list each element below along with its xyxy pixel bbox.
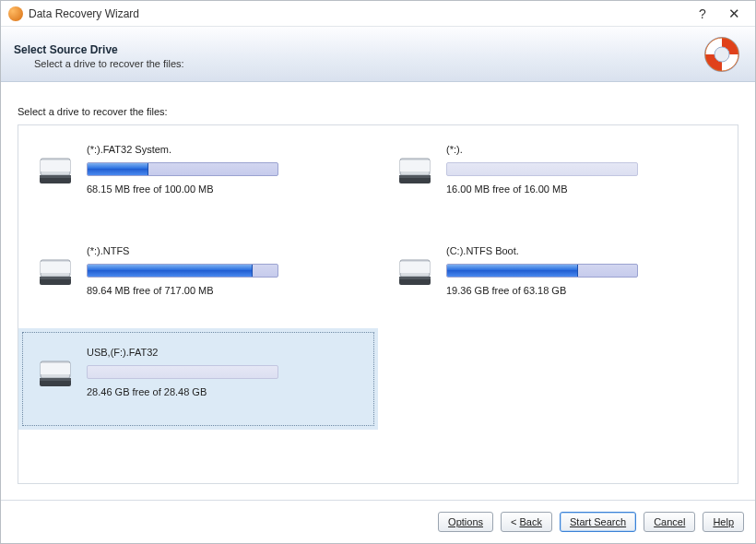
svg-rect-20 xyxy=(41,363,70,374)
drive-item[interactable]: (*:).FAT32 System.68.15 MB free of 100.0… xyxy=(18,125,378,227)
drive-name-label: (*:). xyxy=(446,144,719,157)
usage-bar xyxy=(87,264,278,278)
drive-free-label: 19.36 GB free of 63.18 GB xyxy=(446,285,719,296)
drive-free-label: 68.15 MB free of 100.00 MB xyxy=(87,183,360,195)
svg-rect-6 xyxy=(40,175,71,178)
window-title: Data Recovery Wizard xyxy=(29,7,139,20)
drive-name-label: (*:).FAT32 System. xyxy=(87,144,360,157)
svg-point-1 xyxy=(715,47,729,62)
instruction-label: Select a drive to recover the files: xyxy=(18,106,738,117)
drive-item[interactable]: (*:).NTFS89.64 MB free of 717.00 MB xyxy=(18,227,378,328)
drive-item[interactable]: (C:).NTFS Boot.19.36 GB free of 63.18 GB xyxy=(378,227,738,328)
help-button[interactable]: Help xyxy=(703,512,744,532)
drive-name-label: USB,(F:).FAT32 xyxy=(87,347,360,360)
drive-free-label: 89.64 MB free of 717.00 MB xyxy=(87,285,360,296)
titlebar-help-button[interactable]: ? xyxy=(687,4,718,24)
options-button[interactable]: Options xyxy=(438,512,493,532)
usage-bar xyxy=(446,264,638,278)
cancel-button[interactable]: Cancel xyxy=(644,512,695,532)
svg-rect-14 xyxy=(40,277,71,279)
back-button[interactable]: < Back xyxy=(501,512,552,532)
svg-rect-22 xyxy=(40,378,71,381)
drive-item[interactable]: (*:).16.00 MB free of 16.00 MB xyxy=(378,125,738,227)
drive-item[interactable]: USB,(F:).FAT3228.46 GB free of 28.48 GB xyxy=(18,328,378,430)
titlebar: Data Recovery Wizard ? ✕ xyxy=(1,1,755,27)
svg-rect-18 xyxy=(399,277,431,279)
svg-rect-12 xyxy=(41,262,70,273)
usage-bar-fill xyxy=(447,265,578,277)
drive-icon xyxy=(396,153,433,190)
drive-name-label: (*:).NTFS xyxy=(87,245,360,258)
start-search-button[interactable]: Start Search xyxy=(560,512,636,532)
usage-bar xyxy=(87,162,278,176)
content-area: Select a drive to recover the files: (*:… xyxy=(1,82,755,501)
app-icon xyxy=(8,6,23,21)
wizard-window: Data Recovery Wizard ? ✕ Select Source D… xyxy=(0,0,756,544)
drive-name-label: (C:).NTFS Boot. xyxy=(446,245,719,258)
wizard-header: Select Source Drive Select a drive to re… xyxy=(1,27,755,82)
page-title: Select Source Drive xyxy=(14,43,702,56)
usage-bar-fill xyxy=(88,265,253,277)
drive-icon xyxy=(396,254,433,291)
drive-icon xyxy=(37,254,74,291)
page-subtitle: Select a drive to recover the files: xyxy=(14,58,702,69)
drive-free-label: 16.00 MB free of 16.00 MB xyxy=(446,183,719,195)
usage-bar-fill xyxy=(88,163,148,175)
drive-free-label: 28.46 GB free of 28.48 GB xyxy=(87,386,360,397)
usage-bar xyxy=(87,365,278,379)
drive-list: (*:).FAT32 System.68.15 MB free of 100.0… xyxy=(18,124,738,484)
usage-bar xyxy=(446,162,638,176)
titlebar-close-button[interactable]: ✕ xyxy=(718,4,750,24)
svg-rect-16 xyxy=(400,262,430,273)
svg-rect-4 xyxy=(41,160,70,171)
svg-rect-8 xyxy=(400,160,430,171)
drive-icon xyxy=(37,356,74,393)
recovery-lifesaver-icon xyxy=(702,34,742,75)
wizard-footer: Options < Back Start Search Cancel Help xyxy=(1,501,755,543)
drive-icon xyxy=(37,153,74,190)
svg-rect-10 xyxy=(399,175,431,178)
